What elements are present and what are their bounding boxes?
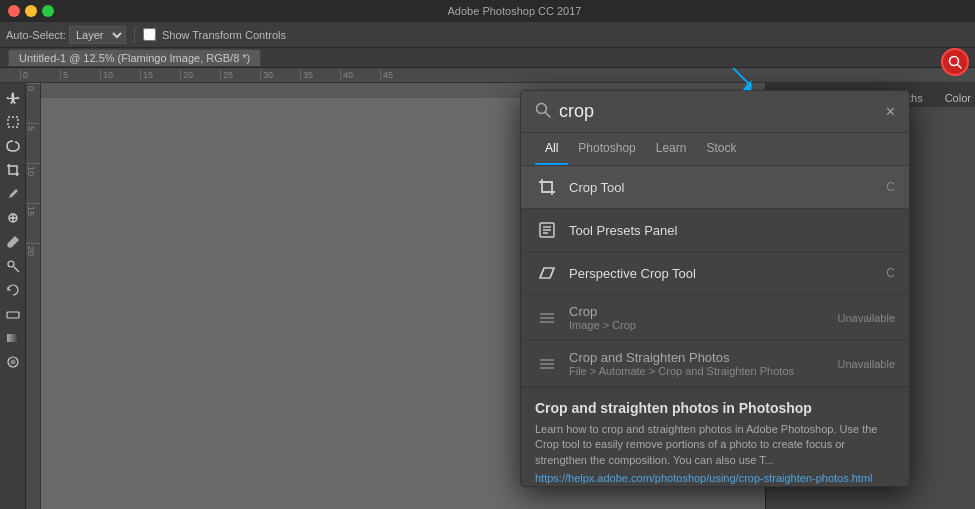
tool-move[interactable] (2, 87, 24, 109)
learn-section: Crop and straighten photos in Photoshop … (521, 387, 909, 486)
svg-line-19 (540, 268, 544, 278)
main-toolbar: Auto-Select: Layer Group Show Transform … (0, 22, 975, 48)
ruler-mark: 5 (60, 70, 100, 80)
ruler-mark: 45 (380, 70, 420, 80)
toolbar-sep-1 (134, 27, 135, 43)
tool-eraser[interactable] (2, 303, 24, 325)
tool-clone[interactable] (2, 255, 24, 277)
tool-rectangular-marquee[interactable] (2, 111, 24, 133)
show-transform-checkbox[interactable] (143, 28, 156, 41)
tool-gradient[interactable] (2, 327, 24, 349)
app-title: Adobe Photoshop CC 2017 (54, 5, 975, 17)
result-perspective-crop[interactable]: Perspective Crop Tool C (521, 252, 909, 295)
filter-tab-learn[interactable]: Learn (646, 133, 697, 165)
tool-history-brush[interactable] (2, 279, 24, 301)
learn-title[interactable]: Crop and straighten photos in Photoshop (535, 400, 895, 416)
svg-point-12 (11, 360, 15, 364)
result-perspective-crop-text: Perspective Crop Tool (569, 266, 895, 281)
ruler-mark: 0 (20, 70, 60, 80)
tools-panel (0, 83, 26, 509)
svg-line-14 (546, 113, 551, 118)
search-input[interactable] (559, 101, 886, 122)
result-shortcut: C (886, 180, 895, 194)
crop-menu-icon (535, 306, 559, 330)
tab-color[interactable]: Color (938, 89, 975, 107)
close-icon[interactable]: × (886, 103, 895, 121)
toolbar-auto-select: Auto-Select: Layer Group (6, 26, 126, 44)
ruler-mark: 35 (300, 70, 340, 80)
ruler-mark: 15 (140, 70, 180, 80)
ruler-mark: 30 (260, 70, 300, 80)
close-button[interactable] (8, 5, 20, 17)
learn-body: Learn how to crop and straighten photos … (535, 422, 895, 468)
search-overlay: × All Photoshop Learn Stock Crop Tool C (520, 90, 910, 487)
show-transform-label[interactable]: Show Transform Controls (143, 28, 286, 41)
ruler-mark: 25 (220, 70, 260, 80)
ruler-mark-v: 10 (26, 163, 40, 203)
learn-link[interactable]: https://helpx.adobe.com/photoshop/using/… (535, 472, 895, 484)
result-tool-presets-text: Tool Presets Panel (569, 223, 895, 238)
svg-point-8 (8, 261, 14, 267)
filter-tab-photoshop[interactable]: Photoshop (568, 133, 645, 165)
ruler-horizontal: 0 5 10 15 20 25 30 35 40 45 (0, 68, 975, 83)
result-title: Crop Tool (569, 180, 895, 195)
search-button[interactable] (941, 48, 969, 76)
filter-tab-stock[interactable]: Stock (696, 133, 746, 165)
search-icon (535, 102, 551, 121)
result-title: Tool Presets Panel (569, 223, 895, 238)
auto-select-label: Auto-Select: (6, 29, 66, 41)
minimize-button[interactable] (25, 5, 37, 17)
result-title: Perspective Crop Tool (569, 266, 895, 281)
svg-rect-10 (7, 334, 19, 342)
ruler-mark: 40 (340, 70, 380, 80)
search-results: Crop Tool C Tool Presets Panel (521, 166, 909, 486)
tool-brush[interactable] (2, 231, 24, 253)
arrow-indicator (727, 62, 759, 97)
svg-line-20 (550, 268, 554, 278)
result-crop-tool[interactable]: Crop Tool C (521, 166, 909, 209)
ruler-mark-v: 5 (26, 123, 40, 163)
filter-tab-all[interactable]: All (535, 133, 568, 165)
crop-straighten-icon (535, 352, 559, 376)
title-bar: Adobe Photoshop CC 2017 (0, 0, 975, 22)
result-shortcut: C (886, 266, 895, 280)
ruler-mark-v: 0 (26, 83, 40, 123)
tool-heal[interactable] (2, 207, 24, 229)
auto-select-dropdown[interactable]: Layer Group (69, 26, 126, 44)
document-tab[interactable]: Untitled-1 @ 12.5% (Flamingo Image, RGB/… (8, 49, 261, 66)
ruler-vertical: 0 5 10 15 20 (26, 83, 41, 509)
tool-crop[interactable] (2, 159, 24, 181)
result-crop-straighten[interactable]: Crop and Straighten Photos File > Automa… (521, 341, 909, 387)
unavailable-badge: Unavailable (838, 358, 895, 370)
result-tool-presets[interactable]: Tool Presets Panel (521, 209, 909, 252)
tool-lasso[interactable] (2, 135, 24, 157)
result-crop-menu[interactable]: Crop Image > Crop Unavailable (521, 295, 909, 341)
ruler-mark-v: 15 (26, 203, 40, 243)
maximize-button[interactable] (42, 5, 54, 17)
ruler-mark: 10 (100, 70, 140, 80)
svg-rect-4 (8, 117, 18, 127)
ruler-mark: 20 (180, 70, 220, 80)
result-crop-tool-text: Crop Tool (569, 180, 895, 195)
tool-presets-icon (535, 218, 559, 242)
tool-blur[interactable] (2, 351, 24, 373)
svg-line-1 (958, 65, 962, 69)
unavailable-badge: Unavailable (838, 312, 895, 324)
search-filter-tabs: All Photoshop Learn Stock (521, 133, 909, 166)
search-header: × (521, 91, 909, 133)
tool-eyedropper[interactable] (2, 183, 24, 205)
traffic-lights (0, 5, 54, 17)
tab-bar: Untitled-1 @ 12.5% (Flamingo Image, RGB/… (0, 48, 975, 68)
perspective-crop-icon (535, 261, 559, 285)
crop-tool-icon (535, 175, 559, 199)
ruler-marks: 0 5 10 15 20 25 30 35 40 45 (20, 70, 420, 80)
svg-rect-9 (7, 312, 19, 318)
ruler-mark-v: 20 (26, 243, 40, 283)
